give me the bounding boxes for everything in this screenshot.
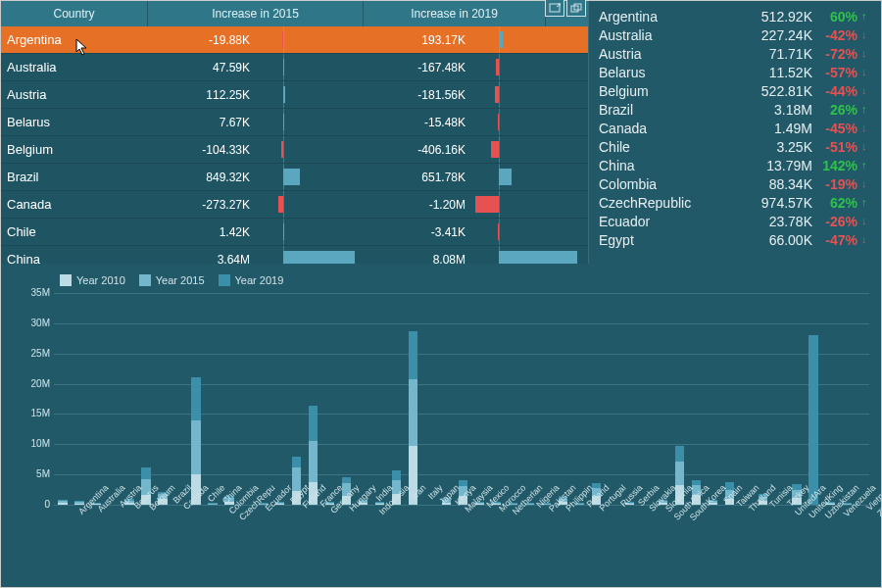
- table-row[interactable]: Austria112.25K-181.56K: [1, 81, 588, 109]
- plot-area: [54, 293, 869, 505]
- side-pct: 142%: [812, 158, 861, 173]
- table-row[interactable]: Canada-273.27K-1.20M: [1, 191, 588, 219]
- side-value: 512.92K: [736, 9, 812, 24]
- side-pct: -44%: [812, 83, 861, 99]
- cell-bar: [256, 164, 364, 190]
- cell-value: 8.08M: [364, 253, 471, 265]
- table-row[interactable]: Brazil849.32K651.78K: [1, 164, 588, 191]
- cell-value: 7.67K: [148, 116, 256, 129]
- cell-country: Canada: [1, 197, 148, 212]
- side-value: 66.00K: [736, 232, 812, 248]
- arrow-up-icon: ↑: [861, 104, 873, 115]
- table-row[interactable]: Belarus7.67K-15.48K: [1, 109, 588, 136]
- cell-bar: [471, 136, 579, 163]
- y-tick-label: 20M: [9, 378, 50, 389]
- y-tick-label: 30M: [9, 318, 50, 328]
- col-header-inc2015[interactable]: Increase in 2015: [148, 1, 364, 26]
- list-item[interactable]: Egypt66.00K-47%↓: [599, 230, 879, 249]
- cell-bar: [471, 54, 579, 80]
- col-header-country[interactable]: Country: [1, 1, 148, 26]
- cell-bar: [471, 219, 579, 245]
- cell-value: -273.27K: [148, 198, 256, 212]
- legend-item-2015[interactable]: Year 2015: [139, 274, 205, 286]
- cell-value: -167.48K: [364, 61, 471, 74]
- side-pct: -45%: [812, 121, 861, 136]
- cell-bar: [256, 54, 364, 80]
- y-tick-label: 25M: [9, 348, 50, 359]
- side-pct: -26%: [812, 214, 861, 229]
- expand-icon[interactable]: [545, 0, 564, 17]
- list-item[interactable]: Austria71.71K-72%↓: [599, 44, 879, 63]
- y-tick-label: 5M: [9, 468, 50, 479]
- list-item[interactable]: Ecuador23.78K-26%↓: [599, 212, 879, 230]
- list-item[interactable]: Colombia88.34K-19%↓: [599, 174, 879, 193]
- y-tick-label: 0: [9, 499, 50, 510]
- table-row[interactable]: Australia47.59K-167.48K: [1, 54, 588, 81]
- list-item[interactable]: Canada1.49M-45%↓: [599, 119, 879, 137]
- side-pct: -57%: [812, 65, 861, 80]
- legend-swatch: [60, 274, 72, 286]
- cell-value: -3.41K: [364, 225, 471, 239]
- list-item[interactable]: Australia227.24K-42%↓: [599, 25, 879, 44]
- cell-bar: [471, 246, 579, 264]
- list-item[interactable]: Belarus11.52K-57%↓: [599, 63, 879, 81]
- side-value: 3.25K: [736, 139, 812, 155]
- cell-bar: [256, 81, 364, 108]
- arrow-up-icon: ↑: [861, 11, 873, 22]
- table-row[interactable]: Belgium-104.33K-406.16K: [1, 136, 588, 164]
- cell-value: 47.59K: [148, 61, 256, 74]
- table-row[interactable]: Argentina-19.88K193.17K: [1, 26, 588, 54]
- side-country: Brazil: [599, 102, 736, 118]
- list-item[interactable]: Belgium522.81K-44%↓: [599, 81, 879, 100]
- cell-value: -19.88K: [148, 33, 256, 47]
- list-item[interactable]: CzechRepublic974.57K62%↑: [599, 193, 879, 212]
- legend-item-2019[interactable]: Year 2019: [219, 274, 284, 286]
- popout-icon[interactable]: [566, 0, 586, 17]
- table-row[interactable]: Chile1.42K-3.41K: [1, 219, 588, 246]
- cell-bar: [256, 219, 364, 245]
- cell-bar: [256, 26, 364, 53]
- col-header-inc2019[interactable]: Increase in 2019: [364, 1, 546, 26]
- arrow-down-icon: ↓: [861, 67, 873, 77]
- bar-chart[interactable]: Year 2010 Year 2015 Year 2019 ArgentinaA…: [1, 264, 881, 587]
- side-country: Argentina: [599, 9, 736, 24]
- side-country: Australia: [599, 27, 736, 43]
- cell-value: 1.42K: [148, 225, 256, 239]
- cell-value: 3.64M: [148, 253, 256, 265]
- cell-country: Chile: [1, 224, 148, 239]
- side-panel[interactable]: Argentina512.92K60%↑Australia227.24K-42%…: [589, 1, 881, 264]
- side-value: 23.78K: [736, 214, 812, 229]
- arrow-down-icon: ↓: [861, 85, 873, 96]
- side-value: 1.49M: [736, 121, 812, 136]
- side-country: Canada: [599, 121, 736, 136]
- side-country: Austria: [599, 46, 736, 62]
- side-pct: -42%: [812, 27, 861, 43]
- list-item[interactable]: China13.79M142%↑: [599, 156, 879, 174]
- side-pct: 60%: [812, 9, 861, 24]
- cell-value: 651.78K: [364, 171, 471, 184]
- legend-swatch: [139, 274, 151, 286]
- side-pct: 62%: [812, 195, 861, 211]
- x-axis-labels: ArgentinaAustraliaAustriaBelarusBelgiumB…: [54, 534, 869, 583]
- svg-rect-0: [550, 4, 560, 12]
- legend-swatch: [219, 274, 230, 286]
- arrow-down-icon: ↓: [861, 48, 873, 59]
- side-list[interactable]: Argentina512.92K60%↑Australia227.24K-42%…: [589, 1, 881, 264]
- grid-body[interactable]: Argentina-19.88K193.17KAustralia47.59K-1…: [1, 26, 588, 264]
- side-value: 974.57K: [736, 195, 812, 211]
- list-item[interactable]: Argentina512.92K60%↑: [599, 7, 879, 25]
- side-pct: -51%: [812, 139, 861, 155]
- legend-item-2010[interactable]: Year 2010: [60, 274, 125, 286]
- table-row[interactable]: China3.64M8.08M: [1, 246, 588, 264]
- legend-label: Year 2010: [76, 274, 125, 286]
- top-panels: Country Increase in 2015 Increase in 201…: [1, 1, 881, 264]
- cell-bar: [471, 26, 579, 53]
- side-value: 13.79M: [736, 158, 812, 173]
- cell-value: 112.25K: [148, 88, 256, 102]
- list-item[interactable]: Chile3.25K-51%↓: [599, 137, 879, 156]
- list-item[interactable]: Brazil3.18M26%↑: [599, 100, 879, 119]
- cell-bar: [256, 191, 364, 218]
- arrow-down-icon: ↓: [861, 122, 873, 133]
- data-grid[interactable]: Country Increase in 2015 Increase in 201…: [1, 1, 589, 264]
- cell-country: Brazil: [1, 170, 148, 184]
